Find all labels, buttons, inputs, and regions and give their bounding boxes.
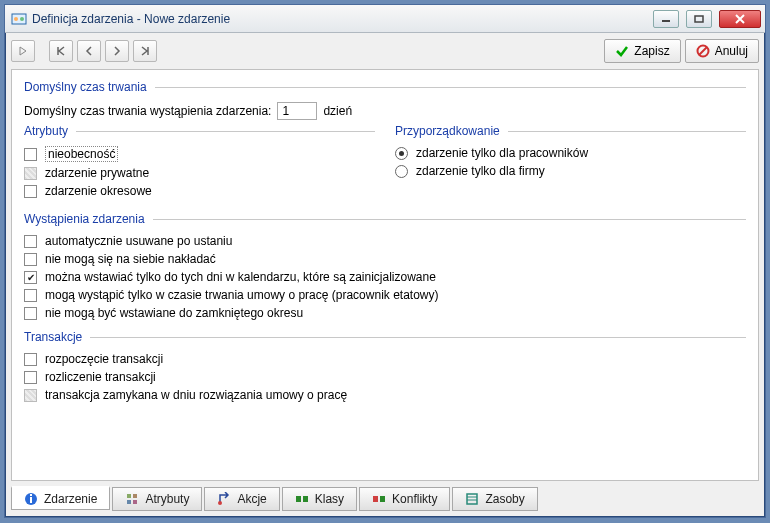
section-assignment: Przyporządkowanie [395, 124, 746, 138]
trans-settlement-checkbox[interactable] [24, 371, 37, 384]
assignment-company-row: zdarzenie tylko dla firmy [395, 164, 746, 178]
toolbar: Zapisz Anuluj [5, 33, 765, 69]
tab-attributes-label: Atrybuty [145, 492, 189, 506]
info-icon [24, 492, 38, 506]
tab-resources[interactable]: Zasoby [452, 487, 537, 511]
next-icon [113, 46, 121, 56]
tab-classes[interactable]: Klasy [282, 487, 357, 511]
occ-calendar-row: ✔ można wstawiać tylko do tych dni w kal… [24, 270, 746, 284]
resources-icon [465, 492, 479, 506]
close-button[interactable] [719, 10, 761, 28]
dialog-window: Definicja zdarzenia - Nowe zdarzenie [4, 4, 766, 518]
nav-play-button[interactable] [11, 40, 35, 62]
tab-bar: Zdarzenie Atrybuty Akcje Klasy Konflikty… [11, 487, 759, 511]
maximize-button[interactable] [686, 10, 712, 28]
nav-prev-button[interactable] [77, 40, 101, 62]
save-button[interactable]: Zapisz [604, 39, 680, 63]
titlebar: Definicja zdarzenia - Nowe zdarzenie [5, 5, 765, 33]
occ-auto-remove-checkbox[interactable] [24, 235, 37, 248]
conflicts-icon [372, 492, 386, 506]
last-icon [140, 46, 150, 56]
tab-actions[interactable]: Akcje [204, 487, 279, 511]
svg-rect-17 [380, 496, 385, 502]
occ-contract-checkbox[interactable] [24, 289, 37, 302]
play-icon [19, 46, 27, 56]
occ-no-overlap-label: nie mogą się na siebie nakładać [45, 252, 216, 266]
svg-rect-4 [695, 16, 703, 22]
tab-event-label: Zdarzenie [44, 492, 97, 506]
svg-rect-18 [467, 494, 477, 504]
svg-rect-15 [303, 496, 308, 502]
section-occurrences: Wystąpienia zdarzenia [24, 212, 746, 226]
attr-private-label: zdarzenie prywatne [45, 166, 149, 180]
attr-periodic-label: zdarzenie okresowe [45, 184, 152, 198]
assignment-employees-radio[interactable] [395, 147, 408, 160]
attr-periodic-row: zdarzenie okresowe [24, 184, 375, 198]
occ-auto-remove-label: automatycznie usuwane po ustaniu [45, 234, 232, 248]
assignment-employees-label: zdarzenie tylko dla pracowników [416, 146, 588, 160]
classes-icon [295, 492, 309, 506]
occ-contract-row: mogą wystąpić tylko w czasie trwania umo… [24, 288, 746, 302]
occ-calendar-checkbox[interactable]: ✔ [24, 271, 37, 284]
actions-icon [217, 492, 231, 506]
assignment-company-radio[interactable] [395, 165, 408, 178]
cancel-button-label: Anuluj [715, 44, 748, 58]
trans-start-checkbox[interactable] [24, 353, 37, 366]
svg-rect-8 [30, 494, 32, 496]
svg-point-2 [20, 17, 24, 21]
svg-rect-16 [373, 496, 378, 502]
tab-conflicts-label: Konflikty [392, 492, 437, 506]
assignment-company-label: zdarzenie tylko dla firmy [416, 164, 545, 178]
default-duration-input[interactable] [277, 102, 317, 120]
svg-rect-7 [30, 497, 32, 503]
save-button-label: Zapisz [634, 44, 669, 58]
trans-start-label: rozpoczęcie transakcji [45, 352, 163, 366]
section-default-duration: Domyślny czas trwania [24, 80, 746, 94]
trans-closed-label: transakcja zamykana w dniu rozwiązania u… [45, 388, 347, 402]
check-icon [615, 44, 629, 58]
cancel-icon [696, 44, 710, 58]
minimize-icon [661, 15, 671, 23]
svg-rect-10 [133, 494, 137, 498]
cancel-button[interactable]: Anuluj [685, 39, 759, 63]
attr-private-checkbox [24, 167, 37, 180]
occ-no-overlap-checkbox[interactable] [24, 253, 37, 266]
default-duration-label: Domyślny czas trwania wystąpienia zdarze… [24, 104, 271, 118]
section-transactions: Transakcje [24, 330, 746, 344]
tab-classes-label: Klasy [315, 492, 344, 506]
nav-first-button[interactable] [49, 40, 73, 62]
svg-rect-12 [133, 500, 137, 504]
tab-attributes[interactable]: Atrybuty [112, 487, 202, 511]
attr-absence-checkbox[interactable] [24, 148, 37, 161]
nav-next-button[interactable] [105, 40, 129, 62]
content-panel: Domyślny czas trwania Domyślny czas trwa… [11, 69, 759, 481]
maximize-icon [694, 15, 704, 23]
trans-settlement-row: rozliczenie transakcji [24, 370, 746, 384]
svg-point-13 [218, 501, 222, 505]
first-icon [56, 46, 66, 56]
svg-rect-14 [296, 496, 301, 502]
attributes-icon [125, 492, 139, 506]
attr-private-row: zdarzenie prywatne [24, 166, 375, 180]
section-attributes: Atrybuty [24, 124, 375, 138]
svg-rect-3 [662, 20, 670, 22]
tab-event[interactable]: Zdarzenie [11, 486, 110, 510]
svg-rect-11 [127, 500, 131, 504]
attr-periodic-checkbox[interactable] [24, 185, 37, 198]
assignment-employees-row: zdarzenie tylko dla pracowników [395, 146, 746, 160]
close-icon [734, 14, 746, 24]
svg-point-1 [14, 17, 18, 21]
nav-last-button[interactable] [133, 40, 157, 62]
occ-closed-checkbox[interactable] [24, 307, 37, 320]
default-duration-row: Domyślny czas trwania wystąpienia zdarze… [24, 102, 746, 120]
occ-closed-row: nie mogą być wstawiane do zamkniętego ok… [24, 306, 746, 320]
occ-contract-label: mogą wystąpić tylko w czasie trwania umo… [45, 288, 438, 302]
attr-absence-label: nieobecność [45, 146, 118, 162]
window-title: Definicja zdarzenia - Nowe zdarzenie [32, 12, 646, 26]
occ-calendar-label: można wstawiać tylko do tych dni w kalen… [45, 270, 436, 284]
occ-no-overlap-row: nie mogą się na siebie nakładać [24, 252, 746, 266]
tab-resources-label: Zasoby [485, 492, 524, 506]
prev-icon [85, 46, 93, 56]
minimize-button[interactable] [653, 10, 679, 28]
tab-conflicts[interactable]: Konflikty [359, 487, 450, 511]
